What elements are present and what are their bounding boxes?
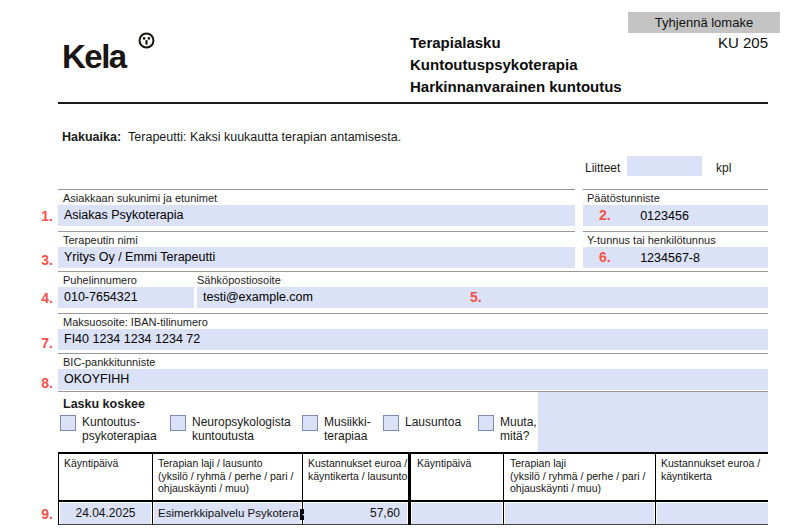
form-title-line: Terapialasku — [410, 32, 622, 54]
cell-kayntipaiva-2[interactable] — [412, 503, 502, 524]
annotation-number-3: 3. — [31, 252, 53, 268]
annotation-number-1: 1. — [31, 208, 53, 224]
field-y-tunnus[interactable]: 6. 1234567-8 — [583, 247, 768, 268]
liitteet-label: Liitteet — [585, 161, 620, 175]
divider — [583, 189, 768, 190]
col-header-line: Terapian laji / lausunto — [158, 457, 293, 470]
col-header-line: (yksilö / ryhmä / perhe / pari / — [510, 470, 645, 483]
cell-terapian-laji-2[interactable] — [505, 503, 654, 524]
kela-emblem-icon — [138, 32, 155, 49]
header-divider — [58, 102, 768, 104]
liitteet-input[interactable] — [627, 156, 702, 176]
col-header-line: ohjauskäynti / muu) — [158, 482, 293, 495]
field-terapeutin-nimi[interactable]: Yritys Oy / Emmi Terapeutti — [58, 247, 575, 268]
checkbox-label-kuntoutuspsykoterapia: Kuntoutus- psykoterapiaa — [82, 416, 157, 443]
col-header-kustannukset: Kustannukset euroa / käyntikerta — [661, 457, 760, 482]
cell-kustannukset-2[interactable] — [657, 503, 768, 524]
label-y-tunnus: Y-tunnus tai henkilötunnus — [587, 234, 716, 246]
clear-form-button[interactable]: Tyhjennä lomake — [628, 12, 780, 33]
field-paatostunniste-value: 0123456 — [640, 209, 689, 223]
col-header-line: (yksilö / ryhmä / perhe / pari / — [158, 470, 293, 483]
field-iban[interactable]: FI40 1234 1234 1234 72 — [58, 329, 768, 350]
checkbox-muuta[interactable] — [478, 415, 494, 431]
col-header-kayntipaiva: Käyntipäivä — [64, 457, 118, 470]
checkbox-label-line: psykoterapiaa — [82, 430, 157, 444]
label-puhelinnumero: Puhelinnumero — [63, 274, 137, 286]
annotation-number-9: 9. — [31, 506, 53, 522]
checkbox-label-line: Muuta, — [500, 416, 537, 430]
checkbox-kuntoutuspsykoterapia[interactable] — [60, 415, 76, 431]
cell-terapian-laji-value: Esimerkkipalvelu Psykotera — [158, 507, 299, 519]
table-vline — [58, 452, 59, 525]
checkbox-label-neuropsykologinen: Neuropsykologista kuntoutusta — [192, 416, 291, 443]
label-paatostunniste: Päätöstunniste — [587, 192, 660, 204]
hakuaika-note: Hakuaika:Terapeutti: Kaksi kuukautta ter… — [62, 130, 401, 144]
field-sahkoposti-value: testi@example.com — [203, 290, 313, 304]
divider — [583, 231, 768, 232]
table-top-border — [58, 452, 768, 454]
divider — [58, 353, 768, 354]
checkbox-label-line: kuntoutusta — [192, 430, 291, 444]
field-sahkopostiosoite[interactable]: testi@example.com 5. — [197, 287, 768, 308]
field-bic[interactable]: OKOYFIHH — [58, 369, 768, 390]
col-header-kayntipaiva-2: Käyntipäivä — [417, 457, 471, 470]
label-bic: BIC-pankkitunniste — [63, 356, 155, 368]
annotation-number-7: 7. — [31, 335, 53, 351]
label-sahkopostiosoite: Sähköpostiosoite — [197, 274, 281, 286]
field-y-tunnus-value: 1234567-8 — [640, 251, 700, 265]
cell-terapian-laji[interactable]: Esimerkkipalvelu Psykotera+ — [154, 503, 301, 524]
col-header-terapian-laji-lausunto: Terapian laji / lausunto (yksilö / ryhmä… — [158, 457, 293, 495]
field-paatostunniste[interactable]: 2. 0123456 — [583, 205, 768, 226]
field-asiakkaan-nimi[interactable]: Asiakas Psykoterapia — [58, 205, 575, 226]
col-header-line: Käyntipäivä — [417, 457, 471, 470]
label-iban: Maksuosoite: IBAN-tilinumero — [63, 316, 208, 328]
table-vline — [152, 452, 153, 525]
checkbox-label-line: Musiikki- — [324, 416, 371, 430]
lasku-koskee-title: Lasku koskee — [63, 397, 145, 411]
checkbox-neuropsykologinen[interactable] — [170, 415, 186, 431]
annotation-number-6: 6. — [599, 249, 611, 265]
checkbox-lausunto[interactable] — [383, 415, 399, 431]
kela-logo: Kela — [62, 38, 126, 76]
col-header-terapian-laji: Terapian laji (yksilö / ryhmä / perhe / … — [510, 457, 645, 495]
col-header-line: ohjauskäynti / muu) — [510, 482, 645, 495]
checkbox-label-line: mitä? — [500, 430, 537, 444]
divider — [58, 271, 768, 272]
annotation-number-5: 5. — [470, 287, 482, 308]
label-terapeutin-nimi: Terapeutin nimi — [63, 234, 138, 246]
hakuaika-text: Terapeutti: Kaksi kuukautta terapian ant… — [128, 130, 401, 144]
cell-kayntipaiva[interactable]: 24.04.2025 — [60, 503, 151, 524]
hakuaika-label: Hakuaika: — [62, 130, 121, 144]
cell-kustannukset[interactable]: 57,60 — [304, 503, 407, 524]
muuta-mita-input[interactable] — [538, 392, 768, 452]
col-header-line: käyntikerta — [661, 470, 760, 483]
annotation-number-8: 8. — [31, 375, 53, 391]
table-vline — [503, 452, 504, 525]
checkbox-label-muuta: Muuta, mitä? — [500, 416, 537, 443]
field-puhelinnumero[interactable]: 010-7654321 — [58, 287, 194, 308]
form-title: Terapialasku Kuntoutuspsykoterapia Harki… — [410, 32, 622, 98]
table-vline — [655, 452, 656, 525]
ku205-form-page: Tyhjennä lomake Kela Terapialasku Kuntou… — [0, 0, 800, 528]
checkbox-label-line: terapiaa — [324, 430, 371, 444]
col-header-kustannukset-lausunto: Kustannukset euroa / käyntikerta / lausu… — [308, 457, 407, 482]
label-asiakkaan-sukunimi: Asiakkaan sukunimi ja etunimet — [63, 192, 217, 204]
table-header-border — [58, 500, 768, 502]
col-header-line: Terapian laji — [510, 457, 645, 470]
col-header-line: käyntikerta / lausunto — [308, 470, 407, 483]
table-vline-thick — [408, 452, 411, 525]
checkbox-musiikkiterapia[interactable] — [302, 415, 318, 431]
divider — [58, 313, 768, 314]
checkbox-label-line: Lausuntoa — [405, 416, 461, 430]
annotation-number-4: 4. — [31, 290, 53, 306]
checkbox-label-line: Neuropsykologista — [192, 416, 291, 430]
checkbox-label-musiikkiterapia: Musiikki- terapiaa — [324, 416, 371, 443]
checkbox-label-lausunto: Lausuntoa — [405, 416, 461, 430]
kela-logo-text: Kela — [62, 38, 126, 75]
liitteet-unit: kpl — [716, 161, 731, 175]
form-title-line: Harkinnanvarainen kuntoutus — [410, 76, 622, 98]
divider — [58, 189, 575, 190]
col-header-line: Käyntipäivä — [64, 457, 118, 470]
col-header-line: Kustannukset euroa / — [308, 457, 407, 470]
divider — [58, 231, 575, 232]
